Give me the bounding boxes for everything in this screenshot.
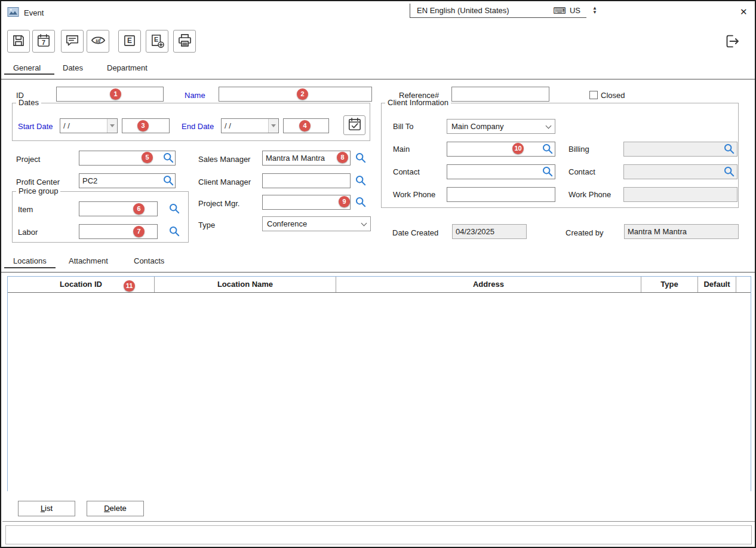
created-by-label: Created by <box>566 228 604 237</box>
tab-dates[interactable]: Dates <box>63 63 83 72</box>
profit-center-search-icon[interactable] <box>162 174 174 186</box>
project-label: Project <box>16 155 40 164</box>
contact-left-label: Contact <box>393 167 420 176</box>
sales-manager-label: Sales Manager <box>198 155 250 164</box>
date-created-value: 04/23/2025 <box>452 224 527 239</box>
calendar-check-button[interactable] <box>343 115 365 135</box>
e-add-button[interactable]: E <box>146 30 168 53</box>
delete-button[interactable]: Delete <box>87 501 144 516</box>
print-icon <box>177 32 193 50</box>
comment-button[interactable] <box>61 30 84 53</box>
date-created-label: Date Created <box>392 228 438 237</box>
tab-attachment[interactable]: Attachment <box>69 256 108 265</box>
close-icon[interactable]: ✕ <box>740 7 748 17</box>
project-mgr-label: Project Mgr. <box>198 199 239 208</box>
column-header-default[interactable]: Default <box>698 277 736 292</box>
e-add-icon: E <box>149 33 165 50</box>
tab-locations[interactable]: Locations <box>13 256 47 265</box>
contact-left-search-icon[interactable] <box>542 166 554 177</box>
client-manager-search-icon[interactable] <box>355 174 367 186</box>
annotation-badge-11: 11 <box>124 280 135 292</box>
created-by-value: Mantra M Mantra <box>624 224 739 239</box>
labor-input[interactable] <box>79 224 158 239</box>
annotation-badge-2: 2 <box>297 88 308 100</box>
end-date-combo[interactable]: / / <box>221 118 279 133</box>
annotation-badge-6: 6 <box>133 203 145 215</box>
annotation-badge-3: 3 <box>137 120 149 131</box>
tab-contacts[interactable]: Contacts <box>134 256 164 265</box>
active-tab-underline <box>4 74 54 75</box>
profit-center-input[interactable] <box>79 173 176 188</box>
contact-right-search-icon[interactable] <box>723 166 735 177</box>
closed-checkbox[interactable] <box>589 91 598 99</box>
project-search-icon[interactable] <box>162 152 174 164</box>
tab-general[interactable]: General <box>13 63 41 72</box>
dropdown-arrow-icon[interactable] <box>268 119 278 133</box>
type-value: Conference <box>267 219 307 228</box>
project-mgr-input[interactable] <box>262 195 351 210</box>
window-title: Event <box>24 8 44 17</box>
price-group-title: Price group <box>16 186 60 195</box>
dropdown-arrow-icon[interactable] <box>107 119 117 133</box>
main-label: Main <box>393 145 410 154</box>
work-phone-left-input[interactable] <box>447 187 555 202</box>
delete-button-label: Delete <box>87 501 143 516</box>
language-bar[interactable]: EN English (United States) ⌨ US <box>410 4 586 18</box>
start-date-combo[interactable]: / / <box>60 118 118 133</box>
column-header-location-name[interactable]: Location Name <box>155 277 336 292</box>
name-input[interactable] <box>219 87 372 102</box>
status-bar <box>5 525 752 544</box>
project-input[interactable] <box>79 151 176 166</box>
contact-right-input[interactable] <box>623 164 737 179</box>
billing-input[interactable] <box>623 142 737 157</box>
column-header-address[interactable]: Address <box>336 277 641 292</box>
column-header-type[interactable]: Type <box>641 277 698 292</box>
bill-to-select[interactable]: Main Company <box>447 119 555 134</box>
language-label: EN English (United States) <box>417 6 553 15</box>
svg-text:E: E <box>127 36 132 45</box>
event-window: Event EN English (United States) ⌨ US ▲▼… <box>0 0 756 548</box>
name-label: Name <box>185 91 205 100</box>
print-button[interactable] <box>173 30 196 53</box>
start-date-value: / / <box>60 119 107 133</box>
reference-input[interactable] <box>451 87 549 102</box>
main-search-icon[interactable] <box>542 143 554 155</box>
contact-right-label: Contact <box>568 167 595 176</box>
type-label: Type <box>198 221 215 229</box>
chevron-down-icon <box>546 123 552 128</box>
main-input[interactable] <box>447 142 555 157</box>
active-lower-tab-underline <box>4 267 56 268</box>
locations-table[interactable]: Location ID Location Name Address Type D… <box>7 276 751 491</box>
calendar-check-icon <box>347 117 362 134</box>
uf-eye-button[interactable]: uf <box>87 30 109 53</box>
annotation-badge-9: 9 <box>339 196 350 207</box>
annotation-badge-5: 5 <box>142 152 153 163</box>
exit-icon <box>723 32 740 52</box>
project-mgr-search-icon[interactable] <box>355 196 367 208</box>
end-date-value: / / <box>222 119 268 133</box>
contact-left-input[interactable] <box>447 164 555 179</box>
calendar-7-button[interactable]: 7 <box>32 30 55 53</box>
item-input[interactable] <box>79 201 158 216</box>
work-phone-left-label: Work Phone <box>393 190 435 199</box>
type-select[interactable]: Conference <box>262 216 371 231</box>
item-search-icon[interactable] <box>168 203 180 215</box>
dates-group-title: Dates <box>16 98 41 107</box>
item-label: Item <box>18 205 33 214</box>
language-spinner-icon[interactable]: ▲▼ <box>592 6 597 16</box>
sales-manager-search-icon[interactable] <box>355 152 367 164</box>
client-manager-input[interactable] <box>262 173 351 188</box>
work-phone-right-input[interactable] <box>623 187 737 202</box>
annotation-badge-8: 8 <box>337 152 348 163</box>
e-window-button[interactable]: E <box>118 30 141 53</box>
annotation-badge-1: 1 <box>110 88 121 100</box>
billing-search-icon[interactable] <box>723 143 735 155</box>
svg-text:E: E <box>154 36 158 43</box>
exit-button[interactable] <box>720 31 743 53</box>
save-button[interactable] <box>7 30 30 53</box>
annotation-badge-7: 7 <box>133 226 145 237</box>
labor-search-icon[interactable] <box>168 225 180 237</box>
tab-department[interactable]: Department <box>107 63 147 72</box>
locations-table-body[interactable] <box>8 293 751 492</box>
list-button[interactable]: List <box>18 501 75 516</box>
